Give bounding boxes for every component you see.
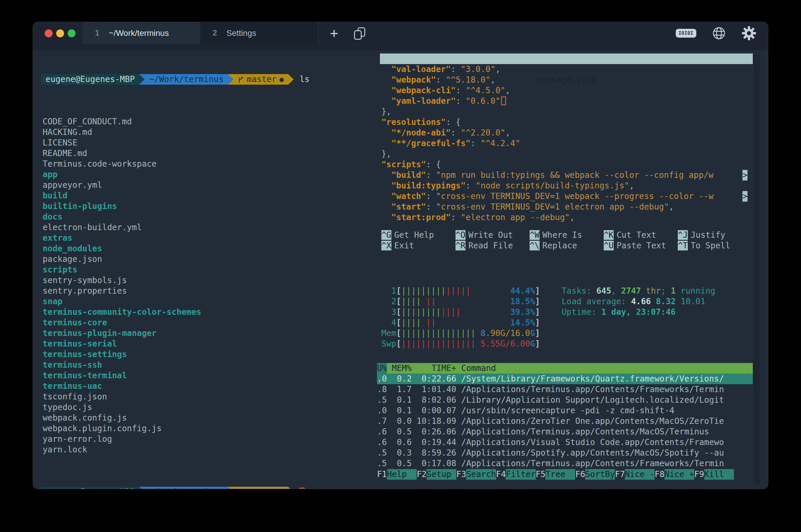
htop-process-table: U% MEM% TIME+ Command.0 0.2 0:22.66 /Sys… — [377, 363, 753, 469]
htop-meter: Mem[|||||||||||||||8.90G/16.0G] — [381, 328, 540, 339]
process-row[interactable]: .5 0.3 8:59.26 /Applications/Spotify.app… — [377, 448, 753, 458]
fkey-action[interactable]: Tree — [545, 469, 575, 480]
nano-shortcut: ^WWhere Is — [529, 230, 604, 241]
process-row[interactable]: .0 0.1 0:00.07 /usr/sbin/screencapture -… — [377, 405, 753, 416]
fkey-action[interactable]: Nice - — [625, 469, 655, 480]
directory-entry: snap — [43, 296, 376, 307]
terminal-pane-nano-htop[interactable]: GNU nano 4.5 package.json "val-loader": … — [377, 51, 768, 489]
scrollbar[interactable] — [753, 54, 760, 485]
htop-meter: 4[|||| ||14.5%] — [381, 318, 540, 328]
tab-bar: 1 ~/Work/terminus 2 Settings + IOIOI — [33, 22, 768, 51]
new-tab-button[interactable]: + — [326, 24, 342, 43]
directory-entry: builtin-plugins — [43, 201, 376, 212]
fkey-action[interactable]: Nice + — [665, 469, 694, 480]
nano-shortcut: ^\Replace — [529, 241, 604, 251]
nano-shortcut: ^OWrite Out — [455, 230, 529, 241]
nano-shortcut: ^RRead File — [455, 241, 529, 251]
nano-code-line: "build": "npm run build:typings && webpa… — [381, 170, 768, 180]
process-row[interactable]: .8 1.7 1:01.40 /Applications/Terminus.ap… — [377, 384, 753, 395]
htop-meter: 3[||||||||||||39.3%] — [381, 307, 540, 318]
tab-number: 2 — [212, 28, 217, 38]
nano-code-line: "webpack": "^5.18.0", — [381, 75, 768, 85]
tab-work-terminus[interactable]: 1 ~/Work/terminus — [82, 22, 200, 44]
powerline-arrow — [288, 487, 294, 489]
prompt-git-segment: master ● — [234, 74, 288, 84]
htop-info-line: Tasks: 645, 2747 thr; 1 running — [562, 286, 715, 296]
file-entry: tsconfig.json — [43, 392, 376, 402]
nano-shortcut: ^KCut Text — [604, 230, 678, 241]
typed-command: ls — [300, 74, 310, 84]
nano-code-line: "start:prod": "electron app --debug", — [381, 212, 768, 223]
terminal-pane-shell[interactable]: eugene@Eugenes-MBP ~/Work/terminus maste… — [33, 51, 376, 489]
process-row[interactable]: .6 0.6 0:19.44 /Applications/Visual Stud… — [377, 437, 753, 448]
terminal-content: eugene@Eugenes-MBP ~/Work/terminus maste… — [33, 51, 768, 489]
process-row[interactable]: .6 0.5 0:26.06 /Applications/Terminus.ap… — [377, 426, 753, 437]
file-entry: webpack.config.js — [43, 413, 376, 423]
htop-meter: 2[|||| ||18.5%] — [381, 296, 540, 307]
process-row[interactable]: .5 0.1 8:02.06 /Library/Application Supp… — [377, 395, 753, 405]
minimize-window-button[interactable] — [56, 30, 64, 37]
htop-function-key-bar: F1Help F2Setup F3SearchF4FilterF5Tree F6… — [377, 469, 734, 480]
directory-entry: terminus-settings — [43, 349, 376, 360]
fkey-action[interactable]: Search — [466, 469, 496, 480]
fkey-number: F6 — [575, 469, 585, 480]
prompt-git-segment: master ● — [234, 487, 288, 489]
file-entry: README.md — [43, 148, 376, 159]
prompt-user-segment: eugene@Eugenes-MBP — [41, 74, 139, 84]
git-branch-name: master — [247, 74, 276, 84]
git-branch-icon — [238, 488, 244, 489]
globe-icon[interactable] — [712, 26, 726, 40]
file-entry: sentry-symbols.js — [43, 275, 376, 286]
powerline-arrow — [228, 487, 234, 489]
file-entry: Terminus.code-workspace — [43, 159, 376, 169]
file-entry: typedoc.js — [43, 402, 376, 413]
file-entry: sentry.properties — [43, 286, 376, 296]
directory-entry: terminus-core — [43, 318, 376, 328]
fkey-action[interactable]: Setup — [427, 469, 457, 480]
toolbar-right-icons: IOIOI — [676, 22, 756, 44]
htop-meter: 1[||||||||||||||44.4%] — [381, 286, 540, 296]
tab-settings[interactable]: 2 Settings — [200, 22, 319, 44]
directory-entry: scripts — [43, 265, 376, 275]
directory-entry: app — [43, 169, 376, 180]
file-entry: CODE_OF_CONDUCT.md — [43, 116, 376, 127]
nano-shortcut: ^JJustify — [678, 230, 752, 241]
process-table-header[interactable]: U% MEM% TIME+ Command — [377, 363, 753, 374]
powerline-arrow — [228, 74, 234, 84]
nano-shortcut-bar: ^GGet Help^OWrite Out^WWhere Is^KCut Tex… — [381, 230, 752, 251]
fkey-action[interactable]: SortBy — [585, 469, 615, 480]
nano-shortcut: ^XExit — [381, 241, 455, 251]
directory-entry: terminus-serial — [43, 339, 376, 349]
nano-code-line: "**/graceful-fs": "^4.2.4" — [381, 138, 768, 149]
powerline-arrow — [288, 74, 294, 84]
nano-code-line: "webpack-cli": "^4.5.0", — [381, 85, 768, 96]
fkey-action[interactable]: Kill — [704, 469, 734, 480]
process-row[interactable]: .7 0.0 10:18.09 /Applications/ZeroTier O… — [377, 416, 753, 426]
process-row[interactable]: .5 0.5 0:17.08 /Applications/Terminus.ap… — [377, 458, 753, 469]
gear-icon[interactable] — [742, 26, 756, 41]
nano-code-line: }, — [381, 107, 768, 117]
nano-code-line: "*/node-abi": "^2.20.0", — [381, 128, 768, 138]
close-window-button[interactable] — [45, 30, 53, 37]
process-row-selected[interactable]: .0 0.2 0:22.66 /System/Library/Framework… — [377, 374, 753, 384]
fkey-action[interactable]: Filter — [506, 469, 536, 480]
htop-meter: Swp[|||||||||||||||5.55G/6.00G] — [381, 339, 540, 349]
directory-entry: terminus-terminal — [43, 370, 376, 381]
prompt-path-segment: ~/Work/terminus — [145, 74, 228, 84]
git-dirty-dot: ● — [279, 487, 283, 489]
file-entry: appveyor.yml — [43, 180, 376, 190]
split-duplicate-button[interactable] — [354, 27, 367, 40]
file-entry: yarn-error.log — [43, 434, 376, 444]
nano-shortcut: ^GGet Help — [381, 230, 455, 241]
htop-cpu-memory-meters: 1[||||||||||||||44.4%] 2[|||| ||18.5%] 3… — [381, 286, 540, 349]
serial-port-icon[interactable]: IOIOI — [676, 29, 696, 38]
maximize-window-button[interactable] — [68, 30, 76, 37]
nano-shortcut: ^TTo Spell — [678, 241, 752, 251]
fkey-action[interactable]: Help — [387, 469, 417, 480]
fkey-number: F7 — [615, 469, 625, 480]
git-branch-icon — [238, 75, 244, 84]
directory-entry: extras — [43, 233, 376, 243]
powerline-arrow — [139, 487, 145, 489]
nano-code-line: "build:typings": "node scripts/build-typ… — [381, 180, 768, 191]
nano-code-line: "start": "cross-env TERMINUS_DEV=1 elect… — [381, 202, 768, 212]
